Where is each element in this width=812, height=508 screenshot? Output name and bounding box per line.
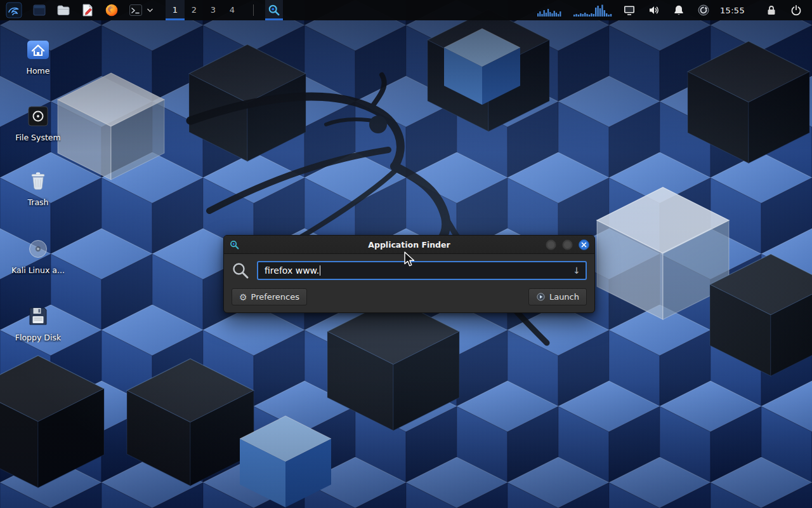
desktop-icon-label: Home [27,66,50,76]
speaker-icon [648,4,660,17]
update-status-button[interactable] [695,0,712,20]
window-title: Application Finder [224,240,594,250]
display-settings-button[interactable] [621,0,638,20]
desktop-icon-label: Trash [27,197,48,207]
kali-dragon-icon [6,2,22,18]
notifications-button[interactable] [671,0,687,20]
titlebar[interactable]: Application Finder [224,236,594,254]
terminal-button[interactable] [127,0,145,20]
desktop-icon-home[interactable]: Home [8,37,69,76]
file-system-icon [25,104,51,129]
launch-button[interactable]: Launch [528,288,587,305]
search-input[interactable]: firefox www. ↓ [257,261,587,280]
maximize-button[interactable] [562,239,573,250]
floppy-icon [25,304,51,329]
desktop-icon-file-system[interactable]: File System [8,104,69,142]
desktop-icon-label: Kali Linux a... [11,265,65,275]
disc-icon [25,236,51,262]
firefox-button[interactable] [103,0,121,20]
clock[interactable]: 15:55 [720,6,745,15]
refresh-circle-icon [697,4,710,17]
power-icon [790,4,802,17]
app-finder-window-icon [229,239,240,250]
minimize-button[interactable] [546,239,556,250]
desktop-icon-label: Floppy Disk [15,333,61,342]
text-editor-button[interactable] [79,0,96,20]
preferences-label: Preferences [251,292,299,302]
dropdown-arrow-icon[interactable]: ↓ [573,265,580,276]
desktop-icon-kali-docs[interactable]: Kali Linux a... [8,236,69,275]
logout-button[interactable] [788,0,804,20]
search-input-value: firefox www. [265,265,319,276]
text-caret [320,265,320,276]
home-icon [25,37,51,62]
network-monitor-graph[interactable] [572,3,613,17]
document-icon [81,3,95,17]
window-icon [32,3,46,17]
preferences-button[interactable]: ⚙ Preferences [232,288,307,305]
terminal-dropdown-button[interactable] [146,0,154,20]
workspace-2-button[interactable]: 2 [185,0,204,20]
terminal-icon [129,3,143,17]
application-finder-taskbar-button[interactable] [265,0,283,20]
workspace-4-button[interactable]: 4 [223,0,242,20]
folder-icon [56,3,70,17]
lock-screen-button[interactable] [763,0,780,20]
launch-label: Launch [549,292,579,302]
app-finder-icon [267,3,281,17]
cpu-monitor-graph[interactable] [536,3,564,17]
close-icon [581,242,587,248]
desktop-icon-trash[interactable]: Trash [8,168,69,207]
search-icon [232,262,249,279]
desktop: 1 2 3 4 [0,0,812,508]
workspace-3-button[interactable]: 3 [204,0,223,20]
bell-icon [672,4,685,17]
show-desktop-button[interactable] [30,0,48,20]
desktop-icon-label: File System [15,133,61,142]
volume-button[interactable] [646,0,662,20]
window-controls [546,239,589,250]
lock-icon [765,4,778,17]
firefox-icon [105,3,119,17]
gear-icon: ⚙ [239,293,247,302]
desktop-icon-floppy-disk[interactable]: Floppy Disk [8,304,69,342]
close-button[interactable] [579,239,589,250]
top-panel: 1 2 3 4 [0,0,812,20]
workspace-1-button[interactable]: 1 [166,0,185,20]
kali-menu-button[interactable] [4,0,24,20]
panel-separator [253,4,254,16]
file-manager-button[interactable] [55,0,72,20]
launch-icon [536,292,546,302]
chevron-down-icon [147,7,154,13]
workspace-switcher: 1 2 3 4 [166,0,242,20]
display-icon [623,4,636,17]
trash-icon [25,168,51,194]
application-finder-window: Application Finder firefox www. [223,235,595,313]
